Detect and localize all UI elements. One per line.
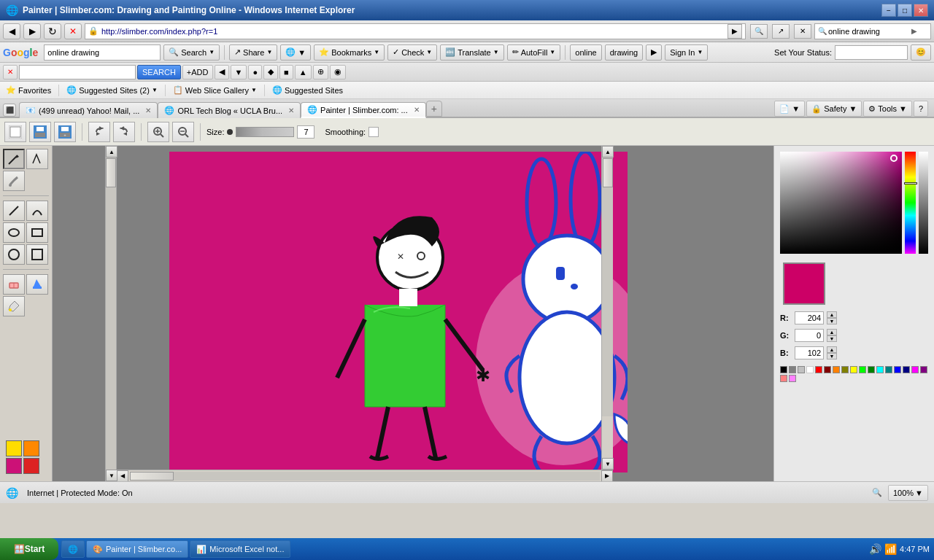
drawing-canvas[interactable]: ✕ ✱ (169, 152, 628, 472)
right-panel-scrollbar[interactable]: ▲ ▼ (601, 146, 613, 470)
swatch-red[interactable] (23, 458, 39, 474)
palette-maroon[interactable] (824, 366, 831, 373)
tab3-close-button[interactable]: ✕ (414, 106, 420, 114)
fav-webslice[interactable]: 📋 Web Slice Gallery ▼ (170, 84, 260, 96)
g-spin[interactable]: ▲ ▼ (827, 329, 837, 342)
palette-olive[interactable] (841, 366, 849, 373)
address-go-button[interactable]: ▶ (727, 24, 742, 39)
tab1-close-button[interactable]: ✕ (145, 106, 151, 114)
swatch-orange[interactable] (23, 440, 39, 456)
pencil-tool-button[interactable] (3, 149, 25, 169)
r-down-button[interactable]: ▼ (827, 318, 837, 324)
tb2-nav-forward[interactable]: ▼ (231, 65, 247, 79)
palette-navy[interactable] (903, 366, 910, 373)
address-input[interactable] (101, 27, 726, 36)
rscroll-down-button[interactable]: ▼ (602, 458, 614, 470)
toolbar-autofill-button[interactable]: ✏ AutoFill ▼ (507, 44, 561, 61)
swatch-magenta[interactable] (6, 458, 22, 474)
toolbar-online-button[interactable]: online (570, 44, 601, 61)
line-tool-button[interactable] (3, 201, 25, 221)
palette-green[interactable] (868, 366, 875, 373)
smoothing-checkbox[interactable] (368, 127, 379, 137)
new-tab-button[interactable]: + (426, 101, 442, 117)
r-spin[interactable]: ▲ ▼ (827, 311, 837, 324)
palette-cyan[interactable] (876, 366, 884, 373)
google-search-input[interactable] (45, 48, 139, 57)
url-bar2-input[interactable] (20, 68, 42, 76)
zoom-in-button[interactable] (147, 122, 169, 142)
palette-white[interactable] (806, 366, 814, 373)
zoom-out-button[interactable] (172, 122, 194, 142)
toolbar-arrow-button[interactable]: ▶ (646, 44, 662, 61)
status-icon-button[interactable]: 😊 (911, 44, 931, 61)
tab2-close-button[interactable]: ✕ (288, 106, 294, 114)
hue-slider[interactable] (905, 152, 916, 254)
scroll-left-button[interactable]: ◀ (117, 470, 128, 482)
eyedropper-tool-button[interactable] (3, 296, 25, 316)
taskbar-excel-button[interactable]: 📊 Microsoft Excel not... (190, 540, 290, 558)
forward-button[interactable]: ▶ (23, 23, 41, 39)
tab-nav-button[interactable]: ⬛ (3, 104, 16, 117)
toolbar-share-button[interactable]: ↗ Share ▼ (229, 44, 277, 61)
size-slider[interactable] (236, 127, 294, 137)
rect-tool-button[interactable] (26, 222, 48, 243)
restore-button[interactable]: □ (898, 4, 912, 17)
palette-fuchsia[interactable] (911, 366, 919, 373)
tb2-btn3[interactable]: ■ (279, 65, 293, 79)
color-gradient-box[interactable] (780, 152, 902, 254)
start-button[interactable]: 🪟 Start (0, 538, 58, 560)
palette-yellow[interactable] (850, 366, 857, 373)
scroll-right-button[interactable]: ▶ (601, 470, 613, 482)
search-input[interactable] (828, 27, 908, 36)
tab-bar-help-btn[interactable]: ? (914, 101, 928, 117)
swatch-yellow[interactable] (6, 440, 22, 456)
tb2-nav-back[interactable]: ◀ (215, 65, 229, 79)
stop-button[interactable]: ✕ (64, 23, 82, 39)
tb2-btn6[interactable]: ◉ (330, 65, 346, 79)
r-up-button[interactable]: ▲ (827, 311, 837, 318)
scroll-up-button[interactable]: ▲ (106, 146, 117, 158)
undo-button[interactable] (88, 122, 110, 142)
toolbar-check-button[interactable]: ✓ Check ▼ (387, 44, 437, 61)
color-preview[interactable] (783, 262, 825, 305)
square-tool-button[interactable] (26, 244, 48, 265)
tab-3-active[interactable]: 🌐 Painter | Slimber.com: ... ✕ (301, 102, 426, 118)
minimize-button[interactable]: − (881, 4, 896, 17)
toolbar-translate-button[interactable]: 🔤 Translate ▼ (440, 44, 503, 61)
tb2-btn5[interactable]: ⊕ (313, 65, 328, 79)
scroll-thumb[interactable] (106, 158, 116, 187)
eraser-tool-button[interactable] (3, 274, 25, 295)
toolbar-web-button[interactable]: 🌐 ▼ (280, 44, 311, 61)
tb2-btn4[interactable]: ▲ (295, 65, 312, 79)
palette-pink[interactable] (780, 375, 787, 382)
taskbar-ie-button[interactable]: 🌐 (61, 540, 85, 558)
taskbar-painter-button[interactable]: 🎨 Painter | Slimber.co... (86, 540, 188, 558)
tab-bar-safety-btn[interactable]: 🔒 Safety ▼ (806, 101, 862, 117)
tab-bar-tools-btn[interactable]: ⚙ Tools ▼ (863, 101, 912, 117)
b-up-button[interactable]: ▲ (827, 346, 837, 353)
scroll-down-button[interactable]: ▼ (106, 470, 117, 481)
address-search-button[interactable]: 🔍 (750, 24, 768, 39)
palette-teal[interactable] (885, 366, 892, 373)
tb2-btn2[interactable]: ◆ (263, 65, 278, 79)
palette-gray[interactable] (789, 366, 796, 373)
close-bar-button[interactable]: ✕ (3, 65, 18, 79)
palette-silver[interactable] (798, 366, 805, 373)
new-drawing-button[interactable] (4, 122, 26, 142)
horizontal-scrollbar[interactable]: ◀ ▶ (117, 470, 613, 481)
palette-blue[interactable] (894, 366, 901, 373)
refresh-button[interactable]: ↻ (44, 23, 61, 39)
toolbar-drawing-button[interactable]: drawing (605, 44, 644, 61)
status-input[interactable] (835, 45, 908, 60)
tab-2[interactable]: 🌐 ORL Tech Blog « UCLA Bru... ✕ (158, 102, 301, 118)
nav-extra-button2[interactable]: ✕ (794, 24, 811, 39)
palette-orange[interactable] (833, 366, 840, 373)
palette-lime[interactable] (859, 366, 866, 373)
tab-bar-page-btn[interactable]: 📄 ▼ (774, 101, 805, 117)
palette-lavender[interactable] (789, 375, 796, 382)
curve-tool-button[interactable] (26, 201, 48, 221)
rscroll-up-button[interactable]: ▲ (602, 146, 614, 158)
fill-tool-button[interactable] (26, 274, 48, 295)
circle-tool-button[interactable] (3, 244, 25, 265)
add-button2[interactable]: +ADD (182, 65, 213, 79)
